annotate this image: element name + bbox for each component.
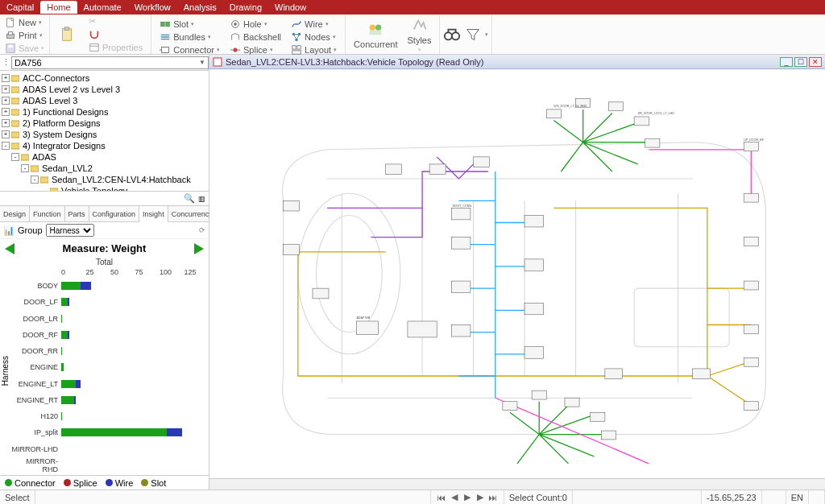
tree-toggle[interactable]: + (2, 108, 10, 116)
chart-row[interactable]: DOOR_LF (11, 295, 209, 309)
tree-row[interactable]: +ACC-Connectors (0, 72, 209, 84)
panel-tab-function[interactable]: Function (30, 206, 65, 221)
play-icon[interactable]: ▶ (462, 492, 473, 502)
new-button[interactable]: New▾ (3, 16, 46, 29)
save-button[interactable]: Save▾ (3, 42, 46, 55)
chart-row[interactable]: DOOR_RR (11, 344, 209, 358)
svg-rect-54 (451, 208, 471, 220)
tree-toggle[interactable]: - (31, 176, 39, 184)
properties-button[interactable]: Properties (87, 41, 144, 54)
tree-row[interactable]: +3) System Designs (0, 129, 209, 140)
tree-row[interactable]: +ADAS Level 3 (0, 95, 209, 106)
tree-label[interactable]: ADAS Level 3 (21, 96, 79, 105)
search-icon[interactable]: 🔍 (184, 193, 195, 204)
prev-icon[interactable]: ◀ (449, 492, 460, 502)
panel-tab-parts[interactable]: Parts (65, 206, 89, 221)
canvas-pane: Sedan_LVL2:CEN-LVL3:Hatchback:Vehicle To… (209, 55, 825, 490)
tree-options-icon[interactable]: ▥ (198, 195, 205, 203)
chart-row[interactable]: ENGINE_RT (11, 393, 209, 407)
tree-label[interactable]: Sedan_LVL2 (40, 163, 94, 173)
tree-toggle[interactable]: + (2, 97, 10, 105)
tree-row[interactable]: -4) Integrator Designs (0, 140, 209, 151)
tree-label[interactable]: ADAS Level 2 vs Level 3 (21, 85, 122, 94)
maximize-button[interactable]: ☐ (794, 57, 807, 67)
menu-tab-analysis[interactable]: Analysis (177, 1, 223, 14)
folder-icon (11, 130, 19, 138)
minimize-button[interactable]: _ (780, 57, 793, 67)
chart-next-button[interactable] (194, 243, 204, 254)
tree-toggle[interactable]: + (2, 74, 10, 82)
tree-toggle[interactable]: - (21, 164, 29, 172)
chart-row[interactable]: DOOR_LR (11, 312, 209, 326)
chart-row[interactable]: ENGINE (11, 360, 209, 374)
concurrent-button[interactable]: Concurrent (349, 16, 402, 52)
tree-row[interactable]: +ADAS Level 2 vs Level 3 (0, 84, 209, 95)
svg-text:WG_DOOR_LT_24_RHD: WG_DOOR_LT_24_RHD (553, 105, 587, 108)
print-button[interactable]: Print▾ (3, 29, 46, 42)
tree-label[interactable]: 1) Functional Designs (21, 107, 110, 117)
tree-row[interactable]: Vehicle Topology (0, 185, 209, 192)
properties-icon (89, 42, 100, 53)
chart-row[interactable]: ENGINE_LT (11, 377, 209, 391)
menu-tab-workflow[interactable]: Workflow (128, 1, 177, 14)
project-combo[interactable]: DA756 ▼ (11, 56, 209, 69)
tree-toggle[interactable]: - (2, 142, 10, 150)
tree-label[interactable]: ACC-Connectors (21, 73, 91, 83)
tree-label[interactable]: 2) Platform Designs (21, 118, 102, 128)
menu-tab-window[interactable]: Window (268, 1, 313, 14)
menu-tab-automate[interactable]: Automate (77, 1, 128, 14)
tree-label[interactable]: 3) System Designs (21, 130, 98, 139)
insight-refresh-icon[interactable]: ⟳ (199, 226, 205, 234)
playback-controls[interactable]: ⏮ ◀ ▶ ▶ ⏭ (431, 490, 504, 504)
tree-toggle[interactable]: - (11, 153, 19, 161)
first-icon[interactable]: ⏮ (436, 493, 447, 502)
last-icon[interactable]: ⏭ (487, 493, 499, 502)
chart-prev-button[interactable] (5, 243, 15, 254)
menu-tab-drawing[interactable]: Drawing (223, 1, 268, 14)
wire-button[interactable]: Wire▾ (289, 18, 338, 31)
folder-icon (40, 176, 48, 184)
tree-row[interactable]: +2) Platform Designs (0, 118, 209, 129)
canvas-scrollbar[interactable] (209, 478, 825, 490)
tree-toggle[interactable]: + (2, 85, 10, 93)
paste-button[interactable] (53, 24, 81, 45)
project-handle-icon[interactable]: ⋮ (0, 57, 11, 68)
tree-row[interactable]: -ADAS (0, 151, 209, 163)
tree-label[interactable]: Vehicle Topology (60, 186, 129, 192)
tree-label[interactable]: ADAS (31, 152, 58, 162)
project-tree[interactable]: +ACC-Connectors+ADAS Level 2 vs Level 3+… (0, 71, 209, 192)
binoculars-icon[interactable] (443, 26, 461, 43)
tree-toggle[interactable]: + (2, 130, 10, 138)
diagram-canvas[interactable]: WG_DOOR_LT_24_RHD DR_DOOR_LOCK_LT_LHD BO… (209, 69, 825, 478)
chart-row[interactable]: IP_split (11, 425, 209, 440)
styles-button[interactable]: Styles▾ (403, 16, 437, 52)
chart-row[interactable]: DOOR_RF (11, 328, 209, 342)
tree-row[interactable]: -Sedan_LVL2:CEN-LVL4:Hatchback (0, 174, 209, 185)
filter-icon[interactable] (464, 26, 482, 43)
chart-row[interactable]: MIRROR-LHD (11, 442, 209, 456)
tree-label[interactable]: Sedan_LVL2:CEN-LVL4:Hatchback (50, 175, 193, 184)
menu-tab-home[interactable]: Home (40, 1, 77, 14)
backshell-button[interactable]: Backshell (228, 31, 283, 43)
svg-rect-75 (605, 369, 623, 379)
panel-tab-design[interactable]: Design (0, 206, 30, 221)
close-button[interactable]: ✕ (809, 57, 822, 67)
panel-tab-insight[interactable]: Insight (139, 206, 168, 222)
tree-row[interactable]: -Sedan_LVL2 (0, 163, 209, 174)
panel-tab-configuration[interactable]: Configuration (89, 206, 140, 221)
bundles-button[interactable]: Bundles▾ (158, 31, 222, 43)
tree-toggle[interactable]: + (2, 119, 10, 127)
group-select[interactable]: Harness (46, 224, 94, 237)
chart-row[interactable]: MIRROR-RHD (11, 458, 209, 473)
nodes-button[interactable]: Nodes▾ (289, 31, 338, 43)
cut-button[interactable]: ✂ (87, 15, 144, 28)
chart-row[interactable]: BODY (11, 279, 209, 293)
tree-label[interactable]: 4) Integrator Designs (21, 141, 107, 151)
slot-button[interactable]: Slot▾ (158, 18, 222, 31)
tree-row[interactable]: +1) Functional Designs (0, 106, 209, 118)
hole-button[interactable]: Hole▾ (228, 18, 283, 31)
svg-point-44 (298, 193, 400, 354)
magnet-button[interactable] (87, 28, 144, 41)
chart-row[interactable]: H120 (11, 409, 209, 423)
next-icon[interactable]: ▶ (475, 492, 486, 502)
